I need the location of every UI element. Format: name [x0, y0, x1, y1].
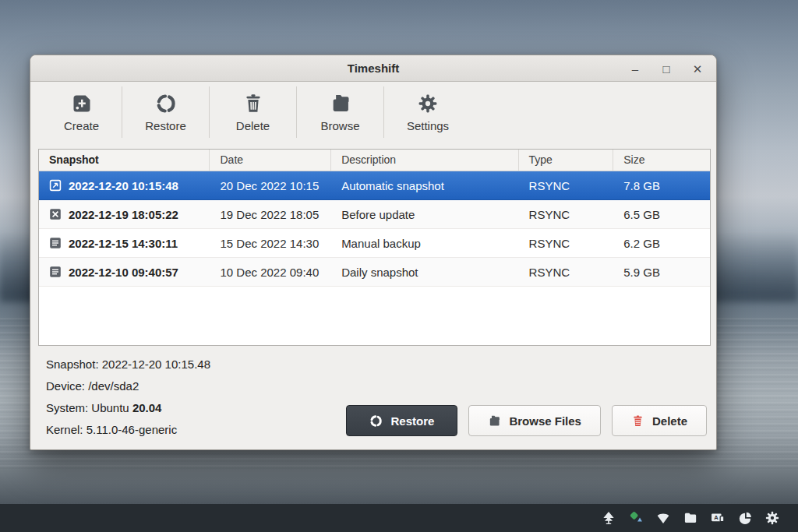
toolbar-label: Delete	[236, 119, 270, 132]
box-arrows-icon	[49, 208, 62, 220]
snapshot-description: Manual backup	[331, 237, 518, 250]
snapshot-date: 10 Dec 2022 09:40	[210, 266, 331, 279]
snapshot-type: RSYNC	[519, 208, 614, 221]
toolbar-label: Create	[64, 119, 99, 132]
display-a-icon[interactable]: A	[709, 509, 726, 527]
gear-icon	[417, 92, 439, 115]
toolbar-delete-button[interactable]: Delete	[210, 86, 297, 138]
column-header-size[interactable]: Size	[613, 150, 710, 171]
minimize-button[interactable]: –	[629, 63, 641, 75]
close-button[interactable]: ✕	[691, 63, 704, 75]
toolbar-label: Restore	[145, 119, 186, 132]
snapshot-type: RSYNC	[519, 266, 614, 279]
snapshot-description: Automatic snapshot	[331, 179, 518, 192]
toolbar-restore-button[interactable]: Restore	[122, 86, 210, 138]
trash-icon	[631, 414, 644, 428]
tree-icon[interactable]	[600, 509, 617, 527]
snapshot-size: 5.9 GB	[613, 266, 710, 279]
list-box-icon	[49, 237, 62, 249]
toolbar-label: Settings	[407, 119, 449, 132]
restore-icon	[369, 414, 383, 428]
timeshift-window: Timeshift – □ ✕ Create Restore	[30, 55, 717, 450]
window-title: Timeshift	[30, 55, 716, 82]
restore-button[interactable]: Restore	[346, 405, 457, 436]
table-row[interactable]: 2022-12-10 09:40:57 10 Dec 2022 09:40 Da…	[39, 258, 710, 287]
folder-icon	[330, 92, 351, 115]
trash-icon	[242, 92, 264, 115]
table-row[interactable]: 2022-12-20 10:15:48 20 Dec 2022 10:15 Au…	[39, 171, 710, 200]
action-buttons: Restore Browse Files Delete	[346, 405, 707, 436]
folder-icon	[488, 414, 501, 428]
table-row[interactable]: 2022-12-15 14:30:11 15 Dec 2022 14:30 Ma…	[39, 229, 710, 258]
column-header-date[interactable]: Date	[210, 150, 331, 171]
snapshot-name: 2022-12-10 09:40:57	[69, 266, 178, 279]
browse-files-button-label: Browse Files	[509, 414, 581, 428]
table-row[interactable]: 2022-12-19 18:05:22 19 Dec 2022 18:05 Be…	[39, 200, 710, 229]
column-header-description[interactable]: Description	[331, 150, 518, 171]
create-snapshot-icon	[71, 92, 93, 115]
folder-icon[interactable]	[682, 509, 699, 527]
wifi-icon[interactable]	[655, 509, 672, 527]
toolbar: Create Restore Delete Browse	[30, 82, 716, 141]
snapshot-description: Before update	[331, 208, 518, 221]
toolbar-browse-button[interactable]: Browse	[297, 86, 384, 138]
gear-icon[interactable]	[764, 509, 781, 527]
snapshot-date: 15 Dec 2022 14:30	[210, 237, 331, 250]
window-arrow-icon	[49, 179, 62, 192]
column-header-type[interactable]: Type	[519, 150, 614, 171]
snapshot-name: 2022-12-15 14:30:11	[69, 237, 178, 250]
snapshot-size: 7.8 GB	[613, 179, 710, 192]
desktop: Timeshift – □ ✕ Create Restore	[0, 0, 798, 532]
snapshot-table: Snapshot Date Description Type Size 2022…	[38, 149, 711, 346]
plant-icon[interactable]	[627, 509, 644, 527]
snapshot-date: 20 Dec 2022 10:15	[210, 179, 331, 192]
table-empty-area	[39, 287, 710, 345]
column-header-snapshot[interactable]: Snapshot	[39, 150, 210, 171]
snapshot-name: 2022-12-19 18:05:22	[69, 208, 178, 221]
toolbar-label: Browse	[320, 119, 359, 132]
snapshot-type: RSYNC	[519, 237, 614, 250]
browse-files-button[interactable]: Browse Files	[468, 405, 601, 436]
taskbar: A	[0, 504, 798, 532]
snapshot-size: 6.2 GB	[613, 237, 710, 250]
pie-chart-icon[interactable]	[736, 509, 754, 527]
snapshot-size: 6.5 GB	[613, 208, 710, 221]
restore-button-label: Restore	[390, 414, 434, 428]
detail-device: Device: /dev/sda2	[46, 375, 716, 397]
snapshot-name: 2022-12-20 10:15:48	[69, 179, 178, 192]
toolbar-create-button[interactable]: Create	[41, 86, 122, 138]
snapshot-type: RSYNC	[519, 179, 614, 192]
titlebar[interactable]: Timeshift – □ ✕	[30, 55, 716, 82]
window-controls: – □ ✕	[629, 55, 704, 82]
snapshot-description: Daily snapshot	[331, 266, 518, 279]
delete-button-label: Delete	[652, 414, 687, 428]
delete-button[interactable]: Delete	[612, 405, 707, 436]
restore-icon	[155, 92, 177, 115]
detail-snapshot: Snapshot: 2022-12-20 10:15.48	[46, 354, 716, 375]
svg-text:A: A	[714, 514, 719, 521]
maximize-button[interactable]: □	[660, 63, 673, 75]
snapshot-date: 19 Dec 2022 18:05	[210, 208, 331, 221]
list-box-icon	[49, 266, 62, 278]
table-header: Snapshot Date Description Type Size	[39, 150, 710, 171]
toolbar-settings-button[interactable]: Settings	[384, 86, 471, 138]
